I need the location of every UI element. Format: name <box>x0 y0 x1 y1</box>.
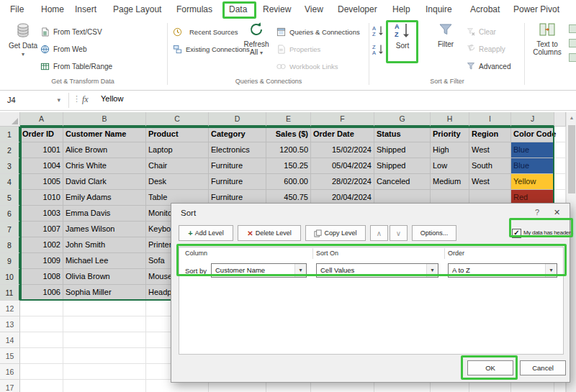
scrollbar-thumb[interactable] <box>568 125 575 193</box>
cell-A13[interactable] <box>20 316 63 332</box>
cell-H1[interactable]: Priority <box>431 127 469 142</box>
cell-A11[interactable]: 1006 <box>20 285 63 301</box>
row-header-9[interactable]: 9 <box>0 253 20 269</box>
row-header-10[interactable]: 10 <box>0 269 20 285</box>
move-down-button[interactable]: ∨ <box>390 225 408 241</box>
cell-G2[interactable]: Shipped <box>374 142 431 158</box>
row-header-7[interactable]: 7 <box>0 222 20 237</box>
cell-D1[interactable]: Category <box>209 127 266 142</box>
cell-I3[interactable]: South <box>469 158 511 174</box>
tab-review[interactable]: Review <box>263 0 291 19</box>
cell-C3[interactable]: Chair <box>146 158 209 174</box>
cell-B15[interactable] <box>63 348 146 364</box>
cell-B1[interactable]: Customer Name <box>63 127 146 142</box>
cell-A6[interactable]: 1003 <box>20 206 63 222</box>
add-level-button[interactable]: + Add Level <box>179 225 233 241</box>
delete-level-button[interactable]: ✕ Delete Level <box>238 225 301 241</box>
row-header-17[interactable]: 17 <box>0 380 20 392</box>
column-header-J[interactable]: J <box>511 112 554 127</box>
column-header-E[interactable]: E <box>266 112 311 127</box>
dropdown-icon[interactable]: ▾ <box>545 264 557 277</box>
tab-home[interactable]: Home <box>41 0 64 19</box>
cell-A17[interactable] <box>20 380 63 392</box>
cell-B5[interactable]: Emily Adams <box>63 190 146 206</box>
cell-A3[interactable]: 1004 <box>20 158 63 174</box>
column-header-D[interactable]: D <box>209 112 266 127</box>
sort-descending-button[interactable]: ZA <box>372 42 384 56</box>
row-header-8[interactable]: 8 <box>0 237 20 253</box>
row-header-6[interactable]: 6 <box>0 206 20 222</box>
cell-B7[interactable]: James Wilson <box>63 222 146 237</box>
tab-view[interactable]: View <box>305 0 323 19</box>
queries-connections-button[interactable]: Queries & Connections <box>276 24 360 39</box>
advanced-filter-button[interactable]: Advanced <box>467 59 510 73</box>
row-header-11[interactable]: 11 <box>0 285 20 301</box>
cell-I1[interactable]: Region <box>469 127 511 142</box>
sort-on-select[interactable]: Cell Values ▾ <box>316 263 438 278</box>
fx-icon[interactable]: fx <box>82 94 89 105</box>
dropdown-icon[interactable]: ▾ <box>426 264 438 277</box>
cell-B2[interactable]: Alice Brown <box>63 142 146 158</box>
recent-sources-button[interactable]: Recent Sources <box>173 24 238 39</box>
row-header-3[interactable]: 3 <box>0 158 20 174</box>
cell-J3[interactable]: Blue <box>511 158 554 174</box>
tab-inquire[interactable]: Inquire <box>426 0 452 19</box>
properties-button[interactable]: Properties <box>276 42 320 56</box>
cell-A2[interactable]: 1001 <box>20 142 63 158</box>
cell-D3[interactable]: Furniture <box>209 158 266 174</box>
select-all-corner[interactable] <box>0 112 20 127</box>
cell-B12[interactable] <box>63 301 146 316</box>
cell-B11[interactable]: Sophia Miller <box>63 285 146 301</box>
cell-G3[interactable]: Shipped <box>374 158 431 174</box>
cell-D4[interactable]: Furniture <box>209 174 266 190</box>
kebab-icon[interactable]: ⋮ <box>73 94 81 104</box>
cell-A8[interactable]: 1002 <box>20 237 63 253</box>
formula-bar-value[interactable]: Yellow <box>101 94 123 103</box>
tab-power-pivot[interactable]: Power Pivot <box>513 0 559 19</box>
cell-A9[interactable]: 1009 <box>20 253 63 269</box>
cell-E2[interactable]: 1200.50 <box>266 142 311 158</box>
cell-D2[interactable]: Electronics <box>209 142 266 158</box>
move-up-button[interactable]: ∧ <box>370 225 388 241</box>
tab-data[interactable]: Data <box>229 0 247 19</box>
cell-B8[interactable]: John Smith <box>63 237 146 253</box>
dropdown-icon[interactable]: ▾ <box>294 264 306 277</box>
cell-H3[interactable]: Low <box>431 158 469 174</box>
cell-A10[interactable]: 1008 <box>20 269 63 285</box>
cell-C1[interactable]: Product <box>146 127 209 142</box>
workbook-links-button[interactable]: Workbook Links <box>276 59 338 73</box>
help-icon[interactable]: ? <box>535 208 539 216</box>
cell-J4[interactable]: Yellow <box>511 174 554 190</box>
name-box[interactable]: J4 ▾ <box>0 92 66 109</box>
tab-page-layout[interactable]: Page Layout <box>113 0 161 19</box>
tab-file[interactable]: File <box>10 0 24 19</box>
column-header-A[interactable]: A <box>20 112 63 127</box>
refresh-all-button[interactable]: Refresh All ▾ <box>240 22 272 57</box>
cell-J1[interactable]: Color Code <box>511 127 554 142</box>
sort-order-select[interactable]: A to Z ▾ <box>448 263 557 278</box>
sort-column-select[interactable]: Customer Name ▾ <box>211 263 307 278</box>
cell-A7[interactable]: 1007 <box>20 222 63 237</box>
name-box-dropdown-icon[interactable]: ▾ <box>57 92 60 109</box>
column-header-F[interactable]: F <box>311 112 374 127</box>
cell-A16[interactable] <box>20 364 63 380</box>
cell-I2[interactable]: West <box>469 142 511 158</box>
my-data-has-headers-checkbox[interactable]: ✓ <box>512 229 521 238</box>
ok-button[interactable]: OK <box>467 360 513 375</box>
cell-C2[interactable]: Laptop <box>146 142 209 158</box>
column-header-H[interactable]: H <box>431 112 469 127</box>
cell-E3[interactable]: 150.25 <box>266 158 311 174</box>
cell-A15[interactable] <box>20 348 63 364</box>
cell-B13[interactable] <box>63 316 146 332</box>
cell-C4[interactable]: Desk <box>146 174 209 190</box>
cell-A4[interactable]: 1005 <box>20 174 63 190</box>
from-table-range-button[interactable]: From Table/Range <box>40 59 112 73</box>
row-header-5[interactable]: 5 <box>0 190 20 206</box>
column-header-I[interactable]: I <box>469 112 511 127</box>
tab-insert[interactable]: Insert <box>75 0 96 19</box>
cell-B3[interactable]: Chris White <box>63 158 146 174</box>
tab-help[interactable]: Help <box>392 0 410 19</box>
row-header-14[interactable]: 14 <box>0 332 20 348</box>
clear-filter-button[interactable]: Clear <box>467 24 496 39</box>
cell-B10[interactable]: Olivia Brown <box>63 269 146 285</box>
